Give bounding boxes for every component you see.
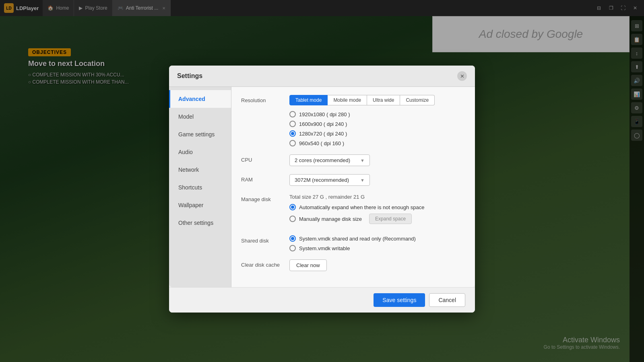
clear-disk-control: Clear now	[289, 259, 465, 271]
dialog-body: Advanced Model Game settings Audio Netwo…	[169, 87, 475, 287]
shared-disk-row: Shared disk System.vmdk shared and read …	[241, 235, 465, 251]
ram-row: RAM 3072M (recommended) ▼	[241, 174, 465, 186]
ram-dropdown[interactable]: 3072M (recommended) ▼	[289, 174, 370, 186]
dialog-footer: Save settings Cancel	[169, 287, 475, 313]
cpu-dropdown-arrow: ▼	[360, 158, 365, 163]
save-settings-button[interactable]: Save settings	[374, 293, 425, 307]
nav-advanced[interactable]: Advanced	[169, 90, 231, 108]
radio-writable-vmdk[interactable]	[289, 245, 296, 251]
disk-auto-expand[interactable]: Automatically expand when there is not e…	[289, 204, 465, 210]
nav-other-settings[interactable]: Other settings	[169, 214, 231, 232]
disk-info: Total size 27 G , remainder 21 G	[289, 194, 465, 200]
radio-auto-expand[interactable]	[289, 204, 296, 210]
resolution-tabs: Tablet mode Mobile mode Ultra wide Custo…	[289, 95, 465, 105]
expand-space-button[interactable]: Expand space	[369, 214, 412, 224]
cpu-dropdown[interactable]: 2 cores (recommended) ▼	[289, 154, 370, 166]
dialog-title: Settings	[177, 72, 202, 80]
cpu-control: 2 cores (recommended) ▼	[289, 154, 465, 166]
nav-game-settings[interactable]: Game settings	[169, 125, 231, 143]
shared-disk-label: Shared disk	[241, 235, 289, 244]
settings-content: Resolution Tablet mode Mobile mode Ultra…	[231, 87, 475, 287]
cancel-button[interactable]: Cancel	[429, 293, 465, 307]
dialog-overlay: Settings ✕ Advanced Model Game settings …	[0, 0, 644, 362]
resolution-960[interactable]: 960x540 ( dpi 160 )	[289, 140, 465, 146]
nav-audio[interactable]: Audio	[169, 143, 231, 161]
ram-dropdown-arrow: ▼	[360, 178, 365, 183]
clear-disk-label: Clear disk cache	[241, 259, 289, 268]
resolution-options: 1920x1080 ( dpi 280 ) 644x362 ( dpi 240…	[289, 111, 465, 146]
ram-value: 3072M (recommended)	[295, 177, 349, 183]
nav-shortcuts[interactable]: Shortcuts	[169, 179, 231, 196]
ram-control: 3072M (recommended) ▼	[289, 174, 465, 186]
clear-now-button[interactable]: Clear now	[289, 259, 327, 271]
manage-disk-row: Manage disk Total size 27 G , remainder …	[241, 194, 465, 227]
disk-manual-row: Manually manage disk size Expand space	[289, 214, 465, 224]
manage-disk-control: Total size 27 G , remainder 21 G Automat…	[289, 194, 465, 227]
dialog-header: Settings ✕	[169, 66, 475, 87]
nav-network[interactable]: Network	[169, 161, 231, 179]
radio-1920[interactable]	[289, 111, 296, 117]
res-tab-mobile[interactable]: Mobile mode	[328, 95, 367, 105]
res-tab-ultrawide[interactable]: Ultra wide	[367, 95, 400, 105]
disk-options: Automatically expand when there is not e…	[289, 204, 465, 227]
settings-nav: Advanced Model Game settings Audio Netwo…	[169, 87, 231, 287]
disk-manual[interactable]: Manually manage disk size	[289, 216, 362, 222]
shared-disk-control: System.vmdk shared and read only (Recomm…	[289, 235, 465, 251]
radio-960[interactable]	[289, 140, 296, 146]
dialog-close-button[interactable]: ✕	[457, 71, 467, 81]
resolution-1600[interactable]: 644x362 ( dpi 240 )	[289, 121, 465, 127]
res-tab-customize[interactable]: Customize	[400, 95, 435, 105]
resolution-1920[interactable]: 1920x1080 ( dpi 280 )	[289, 111, 465, 117]
cpu-value: 2 cores (recommended)	[295, 157, 350, 163]
writable-vmdk[interactable]: System.vmdk writable	[289, 245, 465, 251]
nav-wallpaper[interactable]: Wallpaper	[169, 196, 231, 214]
resolution-label: Resolution	[241, 95, 289, 103]
radio-1600[interactable]	[289, 121, 296, 127]
settings-dialog: Settings ✕ Advanced Model Game settings …	[169, 66, 475, 313]
cpu-row: CPU 2 cores (recommended) ▼	[241, 154, 465, 166]
clear-disk-row: Clear disk cache Clear now	[241, 259, 465, 271]
resolution-row: Resolution Tablet mode Mobile mode Ultra…	[241, 95, 465, 146]
ram-label: RAM	[241, 174, 289, 183]
radio-manual[interactable]	[289, 216, 296, 222]
cpu-label: CPU	[241, 154, 289, 163]
resolution-1280[interactable]: 1280x720 ( dpi 240 )	[289, 130, 465, 137]
manage-disk-label: Manage disk	[241, 194, 289, 202]
shared-disk-options: System.vmdk shared and read only (Recomm…	[289, 235, 465, 251]
shared-vmdk[interactable]: System.vmdk shared and read only (Recomm…	[289, 235, 465, 242]
radio-1280[interactable]	[289, 130, 296, 137]
resolution-control: Tablet mode Mobile mode Ultra wide Custo…	[289, 95, 465, 146]
res-tab-tablet[interactable]: Tablet mode	[289, 95, 328, 105]
radio-shared-vmdk[interactable]	[289, 235, 296, 242]
nav-model[interactable]: Model	[169, 108, 231, 125]
